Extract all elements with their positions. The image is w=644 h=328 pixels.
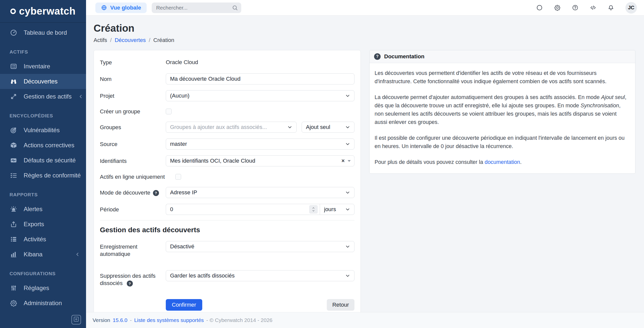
periode-unit-select[interactable]: jours	[320, 204, 354, 215]
sidebar-item-administration[interactable]: Administration	[0, 296, 86, 311]
app-logo-text: cyberwatch	[19, 6, 75, 17]
groupes-mode-select[interactable]: Ajout seul	[302, 122, 354, 133]
bar-chart-icon	[10, 250, 18, 258]
identifiants-select[interactable]: Mes identifiants OCI, Oracle Cloud ×	[166, 155, 354, 166]
dropdown-caret-icon[interactable]	[348, 160, 351, 162]
search-icon[interactable]	[232, 5, 238, 11]
clear-selection-icon[interactable]: ×	[341, 158, 345, 164]
documentation-paragraph: La découverte permet d'ajouter automatiq…	[375, 93, 630, 126]
mode-decouverte-label: Mode de découverte?	[100, 189, 166, 196]
chevron-down-icon	[287, 124, 293, 130]
api-code-icon[interactable]	[590, 4, 596, 11]
help-icon[interactable]	[572, 4, 579, 11]
chevron-down-icon	[345, 190, 351, 196]
documentation-body: Les découvertes vous permettent d'identi…	[370, 63, 635, 173]
search-input[interactable]	[152, 3, 241, 13]
projet-select[interactable]: (Aucun)	[166, 90, 354, 101]
target-icon	[10, 126, 18, 134]
user-avatar[interactable]: JC	[625, 2, 637, 14]
globe-icon	[101, 5, 107, 11]
sidebar-item-label: Règles de conformité	[24, 172, 81, 179]
sidebar-item-inventaire[interactable]: Inventaire	[0, 59, 86, 74]
cyberwatch-logo-icon	[10, 9, 16, 14]
documentation-link[interactable]: documentation	[485, 159, 520, 165]
sidebar-item-label: Défauts de sécurité	[24, 157, 76, 164]
chevron-left-icon	[74, 251, 80, 257]
status-circle-icon[interactable]	[536, 4, 543, 11]
chevron-down-icon	[345, 93, 351, 99]
type-label: Type	[100, 59, 166, 66]
sidebar-item-gestion-des-actifs[interactable]: Gestion des actifs	[0, 89, 86, 104]
sidebar-collapse-button[interactable]	[71, 315, 81, 324]
breadcrumb: Actifs / Découvertes / Création	[94, 37, 635, 43]
sidebar-item-reglages[interactable]: Réglages	[0, 280, 86, 296]
periode-label: Période	[100, 206, 166, 213]
sidebar-item-regles-de-conformite[interactable]: Règles de conformité	[0, 168, 86, 183]
chevron-down-icon	[345, 273, 351, 279]
creation-form: Type Oracle Cloud Nom Projet (Aucun)	[94, 50, 361, 316]
groupes-select[interactable]: Groupes à ajouter aux actifs associés...	[166, 122, 297, 133]
checklist-icon	[10, 171, 18, 179]
sidebar-item-label: Vulnérabilités	[24, 127, 60, 134]
sidebar-item-actions-correctives[interactable]: Actions correctives	[0, 138, 86, 153]
back-button[interactable]: Retour	[327, 299, 354, 311]
sidebar-item-label: Activités	[24, 236, 46, 243]
spinner-down-icon[interactable]	[311, 209, 315, 212]
collapse-sidebar-icon	[73, 316, 79, 323]
settings-gear-icon[interactable]	[554, 4, 561, 11]
sidebar-item-exports[interactable]: Exports	[0, 217, 86, 232]
groupes-label: Groupes	[100, 124, 166, 131]
main-content: Création Actifs / Découvertes / Création…	[86, 16, 644, 328]
version-link[interactable]: 15.6.0	[113, 317, 127, 323]
version-label: Version	[93, 317, 110, 323]
search-box	[152, 3, 241, 13]
sidebar-item-label: Kibana	[24, 251, 43, 258]
actifs-en-ligne-checkbox[interactable]	[175, 174, 181, 180]
enregistrement-label: Enregistrement automatique	[100, 243, 166, 258]
suppression-label: Suppression des actifs dissociés ?	[100, 272, 166, 287]
type-value: Oracle Cloud	[166, 59, 198, 66]
sidebar-item-kibana[interactable]: Kibana	[0, 247, 86, 262]
source-select[interactable]: master	[166, 138, 354, 150]
binoculars-icon	[10, 77, 18, 85]
global-view-button[interactable]: Vue globale	[95, 3, 147, 13]
documentation-header: ? Documentation	[370, 50, 635, 63]
enregistrement-select[interactable]: Désactivé	[166, 241, 354, 252]
sidebar-section-actifs: ACTIFS	[0, 47, 86, 57]
sidebar-item-activites[interactable]: Activités	[0, 232, 86, 247]
help-badge-icon[interactable]: ?	[153, 190, 159, 196]
breadcrumb-decouvertes-link[interactable]: Découvertes	[115, 37, 146, 43]
chevron-left-icon	[78, 93, 84, 100]
list-card-icon	[10, 62, 18, 70]
help-badge-icon[interactable]: ?	[127, 280, 133, 287]
number-spinner[interactable]	[309, 205, 318, 214]
sidebar-item-label: Administration	[24, 300, 62, 307]
periode-input[interactable]	[166, 204, 320, 215]
section-title: Gestion des actifs découverts	[100, 226, 354, 234]
topbar-icons: JC	[536, 2, 637, 14]
sidebar-item-tableau-de-bord[interactable]: Tableau de bord	[0, 25, 86, 40]
mode-decouverte-select[interactable]: Adresse IP	[166, 187, 354, 198]
app-logo[interactable]: cyberwatch	[0, 0, 86, 23]
sidebar-section-encyclopedies: ENCYCLOPÉDIES	[0, 111, 86, 121]
notifications-bell-icon[interactable]	[608, 4, 614, 11]
spinner-up-icon[interactable]	[311, 207, 315, 209]
chevron-down-icon	[345, 124, 351, 130]
supported-systems-link[interactable]: Liste des systèmes supportés	[134, 317, 204, 323]
confirm-button[interactable]: Confirmer	[166, 299, 202, 311]
sidebar-item-defauts-de-securite[interactable]: Défauts de sécurité	[0, 153, 86, 168]
creer-groupe-checkbox[interactable]	[166, 109, 172, 114]
sidebar-item-alertes[interactable]: Alertes	[0, 202, 86, 217]
nom-input[interactable]	[166, 73, 354, 84]
global-view-label: Vue globale	[110, 5, 141, 11]
sidebar: cyberwatch Tableau de bordACTIFSInventai…	[0, 0, 86, 328]
creer-groupe-label: Créer un groupe	[100, 108, 166, 115]
suppression-select[interactable]: Garder les actifs dissociés	[166, 270, 354, 281]
sidebar-item-decouvertes[interactable]: Découvertes	[0, 74, 86, 89]
chevron-down-icon	[345, 244, 351, 250]
nom-label: Nom	[100, 75, 166, 83]
help-badge-icon: ?	[374, 53, 381, 60]
sidebar-item-label: Tableau de bord	[24, 29, 67, 36]
grid-list-icon	[10, 235, 18, 243]
sidebar-item-vulnerabilites[interactable]: Vulnérabilités	[0, 123, 86, 138]
